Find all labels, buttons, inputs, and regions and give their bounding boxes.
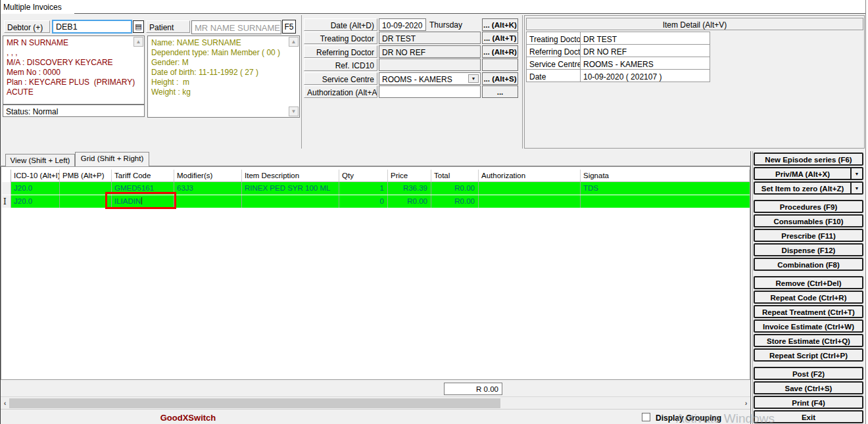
chevron-down-icon[interactable]: ▼ xyxy=(468,74,479,83)
ref-icd10-button[interactable] xyxy=(482,59,518,71)
referring-doctor-button[interactable]: ... (Alt+R) xyxy=(482,45,518,58)
invoice-estimate-button[interactable]: Invoice Estimate (Ctrl+W) xyxy=(754,319,863,333)
remove-button[interactable]: Remove (Ctrl+Del) xyxy=(754,276,863,289)
service-centre-combobox[interactable]: ROOMS - KAMERS ▼ xyxy=(379,72,481,85)
item-detail-row-value: DR TEST xyxy=(580,32,710,45)
button-label: Save (Ctrl+S) xyxy=(755,384,862,392)
tab-grid[interactable]: Grid (Shift + Right) xyxy=(75,152,149,166)
panel-separator xyxy=(301,15,302,149)
column-header-pmb[interactable]: PMB (Alt+P) xyxy=(60,170,112,181)
activate-windows-watermark: Activate Windows xyxy=(676,412,775,424)
total-strip: R 0.00 xyxy=(1,380,750,396)
row-indicator: I xyxy=(2,195,11,208)
date-lookup-button[interactable]: ... (Alt+K) xyxy=(482,18,518,31)
dispense-button[interactable]: Dispense (F12) xyxy=(754,243,863,256)
service-centre-button[interactable]: ... (Alt+S) xyxy=(482,72,518,85)
cell-authorization[interactable] xyxy=(479,195,581,208)
scroll-right-icon[interactable]: › xyxy=(742,398,750,408)
button-label: Repeat Code (Ctrl+R) xyxy=(755,293,862,302)
scroll-left-icon[interactable]: ‹ xyxy=(1,398,9,408)
cell-pmb[interactable] xyxy=(60,182,112,195)
cell-icd10[interactable]: J20.0 xyxy=(11,195,60,208)
cell-price[interactable]: R36.39 xyxy=(388,182,431,195)
column-header-modifiers[interactable]: Modifier(s) xyxy=(174,170,242,181)
horizontal-scrollbar[interactable]: ‹ › xyxy=(1,396,750,409)
consumables-button[interactable]: Consumables (F10) xyxy=(754,214,863,227)
cell-qty[interactable]: 1 xyxy=(339,182,388,195)
save-button[interactable]: Save (Ctrl+S) xyxy=(754,381,863,394)
treating-doctor-button[interactable]: ... (Alt+T) xyxy=(482,32,518,44)
cell-signata[interactable]: TDS xyxy=(581,182,750,195)
button-label: Print (F4) xyxy=(755,398,862,407)
prescribe-button[interactable]: Prescribe (F11) xyxy=(754,229,863,242)
patient-input[interactable]: MR NAME SURNAME xyxy=(191,20,281,34)
print-button[interactable]: Print (F4) xyxy=(754,396,863,409)
date-input[interactable]: 10-09-2020 xyxy=(379,18,426,31)
button-label: Repeat Treatment (Ctrl+T) xyxy=(755,308,862,316)
scroll-down-icon[interactable]: ▼ xyxy=(289,106,299,116)
cell-pmb[interactable] xyxy=(60,195,112,208)
service-centre-value: ROOMS - KAMERS xyxy=(382,75,452,84)
treating-doctor-value: DR TEST xyxy=(379,32,481,44)
display-grouping-checkbox[interactable] xyxy=(642,413,650,421)
grid-header-row: ICD-10 (Alt+I) PMB (Alt+P) Tariff Code M… xyxy=(2,170,750,182)
debtor-list-button[interactable]: ▤ xyxy=(133,20,144,33)
sidebar-divider xyxy=(750,151,751,424)
cell-description[interactable]: RINEX PED SYR 100 ML xyxy=(242,182,339,195)
cell-price[interactable]: R0.00 xyxy=(388,195,431,208)
button-label: Prescribe (F11) xyxy=(755,231,862,240)
debtor-info-box: MR N SURNAME , , , M/A : DISCOVERY KEYCA… xyxy=(3,35,145,105)
cell-signata[interactable] xyxy=(581,195,750,208)
scroll-up-icon[interactable]: ▲ xyxy=(133,37,143,47)
repeat-script-button[interactable]: Repeat Script (Ctrl+P) xyxy=(754,348,863,362)
grid-header-indicator xyxy=(2,170,11,182)
scrollbar-thumb[interactable] xyxy=(9,398,500,408)
cell-total[interactable]: R0.00 xyxy=(431,182,479,195)
cell-modifiers[interactable] xyxy=(174,195,242,208)
store-estimate-button[interactable]: Store Estimate (Ctrl+Q) xyxy=(754,334,863,347)
procedures-button[interactable]: Procedures (F9) xyxy=(754,200,863,213)
column-header-price[interactable]: Price xyxy=(388,170,431,181)
cell-qty[interactable]: 0 xyxy=(339,195,388,208)
debtor-input[interactable]: DEB1 xyxy=(52,20,132,34)
new-episode-series-button[interactable]: New Episode series (F6) xyxy=(754,153,863,166)
authorization-button[interactable]: ... xyxy=(482,85,518,98)
cell-modifiers[interactable]: 63J3 xyxy=(174,182,242,195)
scroll-up-icon[interactable]: ▲ xyxy=(289,37,299,47)
priv-ma-button[interactable]: Priv/MA (Alt+X)▼ xyxy=(754,167,863,180)
chevron-down-icon[interactable]: ▼ xyxy=(850,168,862,179)
post-button[interactable]: Post (F2) xyxy=(754,367,863,380)
repeat-treatment-button[interactable]: Repeat Treatment (Ctrl+T) xyxy=(754,305,863,318)
button-label: Priv/MA (Alt+X) xyxy=(755,170,850,178)
chevron-down-icon[interactable]: ▼ xyxy=(850,183,862,193)
set-item-to-zero-button[interactable]: Set Item to zero (Alt+Z)▼ xyxy=(754,181,863,195)
button-label: Invoice Estimate (Ctrl+W) xyxy=(755,322,862,331)
button-label: New Episode series (F6) xyxy=(755,155,862,164)
cell-total[interactable]: R0.00 xyxy=(431,195,479,208)
authorization-input[interactable] xyxy=(379,85,481,98)
tab-view[interactable]: View (Shift + Left) xyxy=(5,154,75,166)
debtor-info-line: Plan : KEYCARE PLUS (PRIMARY) xyxy=(3,78,144,87)
column-header-signata[interactable]: Signata xyxy=(581,170,750,181)
cell-icd10[interactable]: J20.0 xyxy=(11,182,60,195)
date-weekday: Thursday xyxy=(429,20,462,30)
column-header-tariff[interactable]: Tariff Code xyxy=(112,170,174,181)
combination-button[interactable]: Combination (F8) xyxy=(754,258,863,271)
debtor-status: Status: Normal xyxy=(3,105,145,117)
cell-authorization[interactable] xyxy=(479,182,581,195)
patient-f5-button[interactable]: F5 xyxy=(282,20,296,34)
invoice-total-field: R 0.00 xyxy=(444,383,502,395)
column-header-description[interactable]: Item Description xyxy=(242,170,339,181)
repeat-code-button[interactable]: Repeat Code (Ctrl+R) xyxy=(754,291,863,304)
column-header-total[interactable]: Total xyxy=(431,170,479,181)
patient-info-line: Gender: M xyxy=(148,58,299,68)
column-header-icd10[interactable]: ICD-10 (Alt+I) xyxy=(11,170,60,181)
debtor-info-line: ACUTE xyxy=(3,87,144,97)
column-header-authorization[interactable]: Authorization xyxy=(479,170,581,181)
cell-description[interactable] xyxy=(242,195,339,208)
item-detail-row-label: Referring Doctor xyxy=(526,44,581,57)
footer: GoodXSwitch Display Grouping xyxy=(1,409,750,424)
column-header-qty[interactable]: Qty xyxy=(339,170,388,181)
button-label: Consumables (F10) xyxy=(755,217,862,225)
sidebar-divider xyxy=(752,151,753,424)
